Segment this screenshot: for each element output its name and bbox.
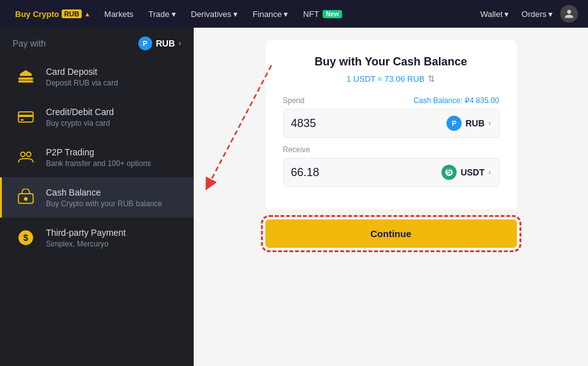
sidebar-item-credit-card[interactable]: Credit/Debit Card Buy crypto via card — [0, 97, 194, 137]
swap-icon: ⇅ — [428, 74, 435, 84]
spend-currency-arrow-icon: › — [489, 119, 491, 128]
spend-label-row: Spend Cash Balance: ₽4 835.00 — [283, 96, 499, 105]
credit-card-text: Credit/Debit Card Buy crypto via card — [46, 106, 181, 128]
credit-card-icon — [14, 106, 37, 128]
third-party-subtitle: Simplex, Mercuryo — [46, 240, 181, 248]
p2p-text: P2P Trading Bank transfer and 100+ optio… — [46, 147, 181, 168]
trade-arrow-icon: ▾ — [172, 9, 176, 19]
receive-field-group: Receive 66.18 USDT › — [283, 145, 499, 187]
finance-arrow-icon: ▾ — [284, 9, 288, 19]
receive-currency-icon — [441, 165, 457, 180]
cash-balance-text: Cash Balance Buy Crypto with your RUB ba… — [46, 187, 181, 208]
sidebar-item-card-deposit[interactable]: Card Deposit Deposit RUB via card — [0, 57, 194, 97]
buy-form: Buy with Your Cash Balance 1 USDT ≈ 73.0… — [265, 40, 517, 209]
credit-card-title: Credit/Debit Card — [46, 106, 181, 118]
sidebar-item-p2p[interactable]: P2P Trading Bank transfer and 100+ optio… — [0, 137, 194, 177]
svg-text:$: $ — [23, 233, 28, 243]
derivatives-nav[interactable]: Derivatives ▾ — [185, 7, 244, 21]
exchange-rate-value: 1 USDT ≈ 73.06 RUB — [347, 74, 424, 84]
card-deposit-title: Card Deposit — [46, 66, 181, 77]
receive-value: 66.18 — [291, 166, 319, 179]
card-deposit-text: Card Deposit Deposit RUB via card — [46, 66, 181, 87]
nft-badge: New — [323, 10, 342, 18]
third-party-title: Third-party Payment — [46, 227, 181, 238]
svg-rect-0 — [18, 80, 33, 82]
p2p-icon — [14, 146, 37, 169]
wallet-nav-button[interactable]: Wallet ▾ — [475, 7, 514, 21]
wallet-arrow-icon: ▾ — [504, 9, 509, 19]
main-layout: Pay with P RUB › Card Deposit Deposit RU… — [0, 28, 588, 366]
currency-chevron-icon: › — [179, 39, 181, 48]
currency-selector-header[interactable]: P RUB › — [138, 36, 181, 50]
svg-point-6 — [26, 152, 31, 157]
buy-crypto-arrow: ▲ — [84, 11, 91, 18]
trade-nav[interactable]: Trade ▾ — [142, 7, 182, 21]
p2p-subtitle: Bank transfer and 100+ options — [46, 159, 181, 168]
spend-label: Spend — [283, 96, 305, 105]
rub-badge: RUB — [62, 9, 82, 18]
third-party-text: Third-party Payment Simplex, Mercuryo — [46, 227, 181, 248]
svg-line-11 — [209, 65, 272, 185]
cash-balance-title: Cash Balance — [46, 187, 181, 198]
spend-currency-name: RUB — [465, 118, 484, 128]
bank-icon — [14, 65, 37, 88]
svg-point-8 — [24, 197, 28, 201]
user-avatar[interactable] — [560, 5, 578, 23]
receive-label: Receive — [283, 145, 310, 154]
currency-label-header: RUB — [156, 38, 175, 48]
sidebar-item-cash-balance[interactable]: Cash Balance Buy Crypto with your RUB ba… — [0, 177, 194, 218]
sidebar: Pay with P RUB › Card Deposit Deposit RU… — [0, 28, 194, 366]
sidebar-item-third-party[interactable]: $ Third-party Payment Simplex, Mercuryo — [0, 218, 194, 258]
exchange-rate: 1 USDT ≈ 73.06 RUB ⇅ — [283, 74, 499, 84]
cash-balance-icon — [14, 186, 37, 209]
card-deposit-subtitle: Deposit RUB via card — [46, 79, 181, 87]
svg-point-5 — [21, 152, 25, 157]
navbar: Buy Crypto RUB ▲ Markets Trade ▾ Derivat… — [0, 0, 588, 28]
nav-right: Wallet ▾ Orders ▾ — [475, 5, 578, 23]
receive-input-row[interactable]: 66.18 USDT › — [283, 158, 499, 187]
buy-crypto-button[interactable]: Buy Crypto RUB ▲ — [10, 7, 96, 21]
markets-nav[interactable]: Markets — [98, 7, 140, 21]
third-party-icon: $ — [14, 226, 37, 249]
svg-rect-1 — [18, 77, 33, 80]
spend-input-row[interactable]: 4835 P RUB › — [283, 109, 499, 138]
cash-balance-display: Cash Balance: ₽4 835.00 — [413, 96, 499, 105]
receive-currency-selector[interactable]: USDT › — [441, 165, 491, 180]
form-title: Buy with Your Cash Balance — [283, 55, 499, 69]
receive-currency-arrow-icon: › — [489, 168, 491, 177]
derivatives-arrow-icon: ▾ — [233, 9, 238, 19]
pay-with-header: Pay with P RUB › — [0, 28, 194, 57]
content-area: Buy with Your Cash Balance 1 USDT ≈ 73.0… — [194, 28, 588, 366]
receive-label-row: Receive — [283, 145, 499, 154]
finance-nav[interactable]: Finance ▾ — [247, 7, 294, 21]
spend-currency-icon: P — [447, 116, 462, 131]
cash-balance-subtitle: Buy Crypto with your RUB balance — [46, 199, 181, 208]
spend-value: 4835 — [291, 117, 316, 130]
nft-nav[interactable]: NFT New — [297, 7, 348, 21]
orders-nav-button[interactable]: Orders ▾ — [516, 7, 558, 21]
pay-with-label: Pay with — [13, 38, 46, 48]
continue-button[interactable]: Continue — [265, 219, 517, 248]
spend-field-group: Spend Cash Balance: ₽4 835.00 4835 P RUB… — [283, 96, 499, 138]
spend-currency-selector[interactable]: P RUB › — [447, 116, 491, 131]
p2p-title: P2P Trading — [46, 147, 181, 158]
svg-rect-3 — [18, 115, 33, 118]
currency-icon-header: P — [138, 36, 152, 50]
buy-crypto-label: Buy Crypto — [15, 9, 59, 19]
receive-currency-name: USDT — [460, 167, 484, 177]
orders-arrow-icon: ▾ — [548, 9, 553, 19]
credit-card-subtitle: Buy crypto via card — [46, 119, 181, 128]
svg-rect-4 — [21, 119, 24, 121]
